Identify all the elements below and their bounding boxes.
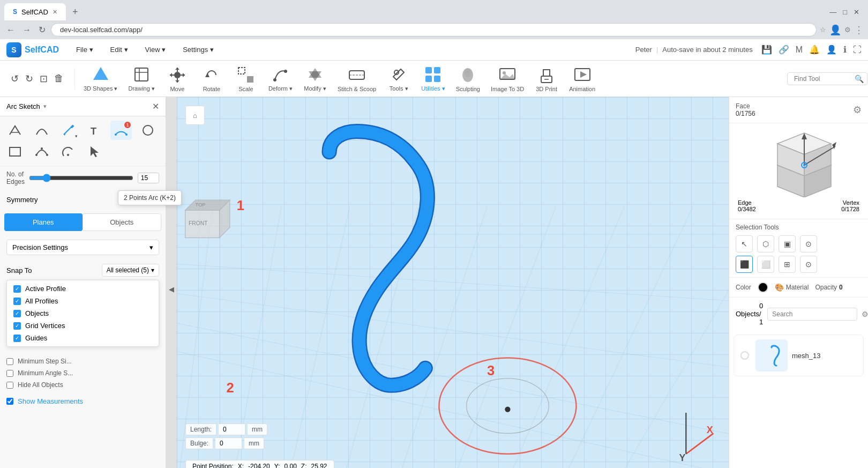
color-picker[interactable] [758, 282, 768, 293]
home-button[interactable]: ⌂ [185, 106, 205, 125]
delete-button[interactable]: 🗑 [52, 71, 66, 87]
min-step-checkbox-item[interactable]: Minimum Step Si... [6, 355, 159, 367]
text-tool[interactable]: T [84, 121, 106, 140]
toolbar-deform[interactable]: Deform ▾ [264, 63, 297, 94]
view-cube-svg[interactable] [756, 128, 842, 197]
undo-button[interactable]: ↺ [9, 71, 21, 87]
sel-box-icon[interactable]: ▣ [779, 235, 796, 252]
snap-option-guides[interactable]: ✓ Guides [9, 332, 156, 344]
notification-icon[interactable]: 🔔 [809, 44, 820, 55]
snap-option-all-profiles[interactable]: ✓ All Profiles [9, 295, 156, 307]
toolbar-animation[interactable]: Animation [565, 63, 600, 94]
toolbar-3dshapes[interactable]: 3D Shapes ▾ [79, 63, 122, 94]
toolbar-drawing[interactable]: Drawing ▾ [124, 63, 159, 94]
arc-3point-tool[interactable] [31, 142, 53, 161]
snap-to-dropdown[interactable]: All selected (5) ▾ [102, 264, 159, 277]
toolbar-rotate[interactable]: Rotate [196, 63, 228, 94]
sel-solid-icon[interactable]: ⬛ [736, 256, 753, 273]
toolbar-tools[interactable]: Tools ▾ [383, 63, 415, 94]
length-input[interactable] [219, 424, 245, 435]
win-close-btn[interactable]: ✕ [854, 8, 859, 16]
sel-face-icon[interactable]: ⬡ [757, 235, 774, 252]
snap-option-active-profile[interactable]: ✓ Active Profile [9, 283, 156, 295]
hide-objects-checkbox-item[interactable]: Hide All Objects [6, 379, 159, 391]
show-measurements-checkbox[interactable] [6, 398, 13, 405]
sel-wireframe-icon[interactable]: ⬜ [757, 256, 774, 273]
toolbar-stitch[interactable]: Stitch & Scoop [333, 63, 380, 94]
sel-point-icon[interactable]: ⊙ [800, 256, 817, 273]
share-icon[interactable]: 🔗 [779, 44, 789, 55]
panel-close-button[interactable]: ✕ [152, 101, 159, 112]
save-cloud-icon[interactable]: 💾 [761, 44, 772, 55]
menu-file[interactable]: File ▾ [72, 43, 98, 56]
win-maximize-btn[interactable]: □ [843, 8, 847, 16]
curve-tool[interactable] [31, 121, 53, 140]
fullscreen-icon[interactable]: ⛶ [853, 45, 862, 55]
win-minimize-btn[interactable]: — [829, 8, 836, 16]
address-bar[interactable]: dev-local.selfcad.com/app/ [51, 23, 817, 36]
viewport[interactable]: FRONT TOP Y X 1 2 3 ⌂ [177, 97, 729, 468]
planes-tab[interactable]: Planes [4, 213, 83, 231]
sel-lasso-icon[interactable]: ⊙ [800, 235, 817, 252]
tab-close-icon[interactable]: ✕ [53, 9, 57, 16]
snap-option-objects[interactable]: ✓ Objects [9, 307, 156, 320]
menu-settings[interactable]: Settings ▾ [178, 43, 218, 56]
objects-settings-icon[interactable]: ⚙ [862, 310, 868, 318]
redo-button[interactable]: ↻ [23, 71, 35, 87]
cursor-tool[interactable] [84, 142, 106, 161]
forward-button[interactable]: → [20, 23, 33, 37]
toolbar-3dprint[interactable]: 3D Print [530, 63, 563, 94]
precision-settings-dropdown[interactable]: Precision Settings ▾ [6, 240, 159, 255]
symmetry-label: Symmetry [6, 196, 38, 204]
bulge-input[interactable] [215, 437, 242, 449]
edges-slider[interactable] [29, 174, 133, 182]
user-profile-icon[interactable]: 👤 [826, 44, 837, 55]
hide-objects-checkbox[interactable] [6, 382, 13, 389]
active-profile-checkbox[interactable]: ✓ [13, 285, 21, 293]
menu-view[interactable]: View ▾ [141, 43, 170, 56]
mesh-object-item[interactable]: mesh_13 [734, 335, 864, 376]
rectangle-tool[interactable] [4, 142, 26, 161]
bookmark-icon[interactable]: ☆ [820, 26, 826, 34]
refresh-button[interactable]: ↻ [36, 23, 48, 37]
line-tool[interactable] [4, 121, 26, 140]
min-step-checkbox[interactable] [6, 358, 13, 365]
all-profiles-checkbox[interactable]: ✓ [13, 298, 21, 305]
info-icon[interactable]: ℹ [843, 44, 847, 55]
account-icon[interactable]: 👤 [829, 24, 841, 36]
arc-center-tool[interactable] [57, 142, 79, 161]
sel-arrow-icon[interactable]: ↖ [736, 235, 753, 252]
min-angle-checkbox-item[interactable]: Minimum Angle S... [6, 367, 159, 379]
toolbar-utilities[interactable]: Utilities ▾ [417, 63, 450, 94]
grid-vertices-checkbox[interactable]: ✓ [13, 322, 21, 330]
right-panel-settings-icon[interactable]: ⚙ [853, 104, 862, 116]
snap-option-grid-vertices[interactable]: ✓ Grid Vertices [9, 320, 156, 332]
material-label[interactable]: 🎨 Material [775, 283, 809, 292]
back-button[interactable]: ← [4, 23, 17, 37]
objects-checkbox[interactable]: ✓ [13, 310, 21, 317]
monetize-icon[interactable]: M [796, 45, 803, 55]
new-tab-button[interactable]: + [72, 6, 78, 18]
show-measurements-section[interactable]: Show Measurements [0, 393, 166, 410]
objects-tab[interactable]: Objects [83, 213, 162, 231]
browser-tab[interactable]: S SelfCAD ✕ [4, 3, 66, 20]
more-icon[interactable]: ⋮ [854, 24, 864, 36]
circle-tool[interactable] [137, 121, 159, 140]
guides-checkbox[interactable]: ✓ [13, 335, 21, 342]
toolbar-scale[interactable]: Scale [230, 63, 262, 94]
toolbar-move[interactable]: Move [161, 63, 193, 94]
pencil-tool[interactable]: ▾ [57, 121, 79, 140]
min-angle-checkbox[interactable] [6, 370, 13, 377]
toolbar-modify[interactable]: Modify ▾ [299, 63, 331, 94]
toolbar-image3d[interactable]: Image To 3D [487, 63, 528, 94]
extensions-icon[interactable]: ⚙ [844, 26, 851, 34]
collapse-panel-button[interactable]: ◀ [166, 97, 177, 468]
toolbar-sculpting[interactable]: Sculpting [452, 63, 484, 94]
copy-button[interactable]: ⊡ [38, 71, 50, 87]
objects-search-input[interactable] [767, 308, 857, 321]
obj-radio[interactable] [740, 351, 749, 360]
menu-edit[interactable]: Edit ▾ [106, 43, 132, 56]
edges-value-input[interactable] [138, 173, 159, 183]
sel-multi-icon[interactable]: ⊞ [779, 256, 796, 273]
arc-2point-tool[interactable]: 1 [110, 121, 132, 140]
